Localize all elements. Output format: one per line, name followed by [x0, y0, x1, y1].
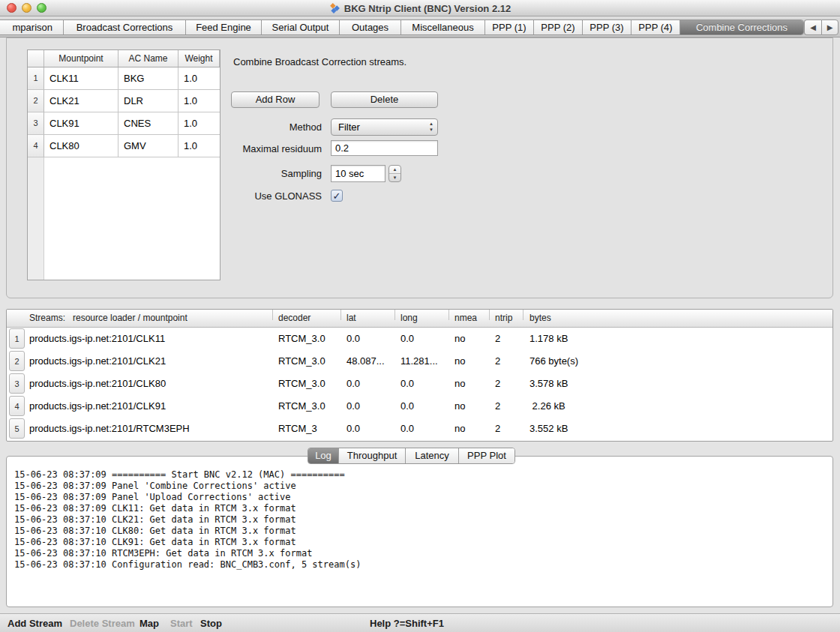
mountpoint-cell[interactable]: CLK80	[44, 135, 118, 157]
map-button[interactable]: Map	[140, 614, 159, 632]
stream-nmea[interactable]: no	[454, 418, 465, 440]
tab-latency[interactable]: Latency	[405, 448, 458, 463]
stream-decoder[interactable]: RTCM_3.0	[278, 395, 326, 418]
streams-table[interactable]: Streams: resource loader / mountpoint de…	[6, 309, 833, 442]
nmea-header[interactable]: nmea	[454, 310, 477, 327]
tab-scroll-left-button[interactable]: ◀	[804, 19, 821, 35]
stream-nmea[interactable]: no	[454, 395, 465, 418]
ac-name-cell[interactable]: BKG	[118, 67, 178, 90]
stream-lat[interactable]: 0.0	[346, 395, 360, 418]
stream-long[interactable]: 11.281...	[400, 350, 438, 373]
stream-decoder[interactable]: RTCM_3.0	[278, 350, 326, 373]
stream-row[interactable]: 5 products.igs-ip.net:2101/RTCM3EPH RTCM…	[7, 418, 832, 440]
spin-up-button[interactable]: ▲	[389, 166, 400, 174]
tab-broadcast-corrections[interactable]: Broadcast Corrections	[63, 20, 185, 34]
log-panel[interactable]: 15-06-23 08:37:09 ========== Start BNC v…	[6, 456, 833, 607]
tab-ppp-plot[interactable]: PPP Plot	[458, 448, 514, 463]
sampling-input[interactable]: 10 sec	[331, 165, 386, 182]
stream-bytes[interactable]: 766 byte(s)	[530, 350, 578, 373]
tab-comparison[interactable]: mparison	[0, 20, 63, 34]
tab-throughput[interactable]: Throughput	[338, 448, 405, 463]
tab-log[interactable]: Log	[308, 448, 338, 463]
tab-feed-engine[interactable]: Feed Engine	[185, 20, 261, 34]
stream-lat[interactable]: 0.0	[346, 328, 360, 350]
bytes-header[interactable]: bytes	[530, 310, 551, 327]
tab-ppp-1[interactable]: PPP (1)	[484, 20, 533, 34]
stream-lat[interactable]: 0.0	[346, 373, 360, 395]
table-row[interactable]: 3 CLK91 CNES 1.0	[28, 112, 220, 135]
stream-mountpoint[interactable]: products.igs-ip.net:2101/CLK11	[29, 328, 165, 350]
stream-bytes[interactable]: 2.26 kB	[530, 395, 566, 418]
stream-long[interactable]: 0.0	[400, 418, 414, 440]
stream-decoder[interactable]: RTCM_3.0	[278, 328, 326, 350]
stream-ntrip[interactable]: 2	[495, 395, 500, 418]
weight-cell[interactable]: 1.0	[178, 90, 220, 112]
spin-down-button[interactable]: ▼	[389, 174, 400, 181]
stream-row[interactable]: 2 products.igs-ip.net:2101/CLK21 RTCM_3.…	[7, 350, 832, 373]
tab-ppp-3[interactable]: PPP (3)	[582, 20, 631, 34]
long-header[interactable]: long	[400, 310, 418, 327]
stream-bytes[interactable]: 3.552 kB	[530, 418, 568, 440]
stream-row[interactable]: 1 products.igs-ip.net:2101/CLK11 RTCM_3.…	[7, 328, 832, 350]
stream-ntrip[interactable]: 2	[495, 328, 500, 350]
stream-long[interactable]: 0.0	[400, 328, 414, 350]
stream-bytes[interactable]: 1.178 kB	[530, 328, 568, 350]
ac-name-column-header[interactable]: AC Name	[118, 50, 178, 67]
column-separator	[394, 310, 395, 320]
stream-ntrip[interactable]: 2	[495, 418, 500, 440]
maximal-residuum-input[interactable]: 0.2	[331, 140, 438, 156]
stop-button[interactable]: Stop	[200, 614, 222, 632]
lat-header[interactable]: lat	[346, 310, 356, 327]
weight-cell[interactable]: 1.0	[178, 135, 220, 157]
log-line: 15-06-23 08:37:10 CLK80: Get data in RTC…	[14, 526, 825, 537]
mountpoint-column-header[interactable]: Mountpoint	[44, 50, 118, 67]
stream-long[interactable]: 0.0	[400, 395, 414, 418]
combination-table[interactable]: Mountpoint AC Name Weight 1 CLK11 BKG 1.…	[27, 49, 220, 280]
tab-miscellaneous[interactable]: Miscellaneous	[400, 20, 484, 34]
decoder-header[interactable]: decoder	[278, 310, 310, 327]
table-row[interactable]: 1 CLK11 BKG 1.0	[28, 67, 220, 90]
use-glonass-checkbox[interactable]: ✓	[331, 190, 343, 202]
method-dropdown[interactable]: Filter ▲▼	[331, 118, 438, 136]
stream-mountpoint[interactable]: products.igs-ip.net:2101/CLK80	[29, 373, 166, 395]
tab-combine-corrections[interactable]: Combine Corrections	[680, 20, 803, 34]
stream-decoder[interactable]: RTCM_3.0	[278, 373, 326, 395]
stream-mountpoint[interactable]: products.igs-ip.net:2101/RTCM3EPH	[29, 418, 190, 440]
delete-button[interactable]: Delete	[331, 91, 438, 108]
weight-column-header[interactable]: Weight	[178, 50, 220, 67]
weight-cell[interactable]: 1.0	[178, 67, 220, 90]
stream-row[interactable]: 4 products.igs-ip.net:2101/CLK91 RTCM_3.…	[7, 395, 832, 418]
tab-serial-output[interactable]: Serial Output	[261, 20, 339, 34]
mountpoint-cell[interactable]: CLK11	[44, 67, 118, 90]
mountpoint-cell[interactable]: CLK91	[44, 112, 118, 135]
stream-ntrip[interactable]: 2	[495, 350, 500, 373]
ntrip-header[interactable]: ntrip	[495, 310, 512, 327]
tab-scroll-right-button[interactable]: ▶	[821, 19, 838, 35]
tab-ppp-4[interactable]: PPP (4)	[631, 20, 680, 34]
ac-name-cell[interactable]: DLR	[118, 90, 178, 112]
stream-bytes[interactable]: 3.578 kB	[530, 373, 568, 395]
ac-name-cell[interactable]: CNES	[118, 112, 178, 135]
weight-cell[interactable]: 1.0	[178, 112, 220, 135]
add-stream-button[interactable]: Add Stream	[8, 614, 62, 632]
stream-mountpoint[interactable]: products.igs-ip.net:2101/CLK91	[29, 395, 166, 418]
stream-ntrip[interactable]: 2	[495, 373, 500, 395]
tab-ppp-2[interactable]: PPP (2)	[533, 20, 582, 34]
stream-long[interactable]: 0.0	[400, 373, 414, 395]
stream-mountpoint[interactable]: products.igs-ip.net:2101/CLK21	[29, 350, 166, 373]
stream-nmea[interactable]: no	[454, 328, 465, 350]
stream-decoder[interactable]: RTCM_3	[278, 418, 317, 440]
stream-lat[interactable]: 0.0	[346, 418, 360, 440]
stream-nmea[interactable]: no	[454, 350, 465, 373]
table-row[interactable]: 2 CLK21 DLR 1.0	[28, 90, 220, 112]
stream-nmea[interactable]: no	[454, 373, 465, 395]
add-row-button[interactable]: Add Row	[231, 91, 320, 108]
column-separator	[489, 310, 490, 320]
table-row[interactable]: 4 CLK80 GMV 1.0	[28, 135, 220, 157]
stream-lat[interactable]: 48.087...	[346, 350, 385, 373]
tab-outages[interactable]: Outages	[339, 20, 400, 34]
mountpoint-cell[interactable]: CLK21	[44, 90, 118, 112]
ac-name-cell[interactable]: GMV	[118, 135, 178, 157]
stream-row[interactable]: 3 products.igs-ip.net:2101/CLK80 RTCM_3.…	[7, 373, 832, 395]
streams-mountpoint-header[interactable]: Streams: resource loader / mountpoint	[29, 310, 188, 327]
